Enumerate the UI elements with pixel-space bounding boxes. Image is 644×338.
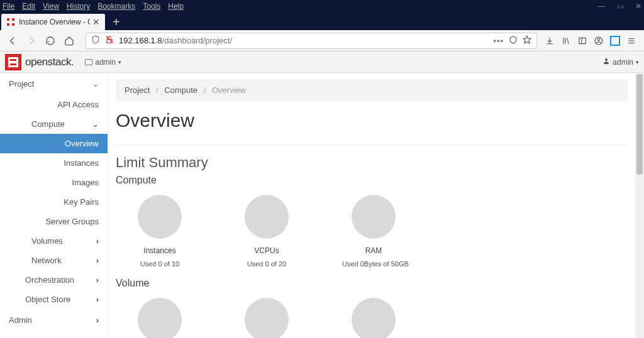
new-tab-button[interactable]: +	[105, 14, 128, 30]
sidebar-api-access[interactable]: API Access	[0, 95, 108, 114]
chevron-right-icon: ›	[96, 236, 99, 246]
page-title: Overview	[116, 110, 628, 131]
sidebar-project[interactable]: Project ⌄	[0, 73, 108, 95]
scrollbar-thumb[interactable]	[636, 74, 643, 175]
download-icon[interactable]	[545, 36, 555, 46]
toolbar-right-icons	[545, 36, 636, 46]
metric-ram: RAM Used 0Bytes of 50GB	[342, 191, 405, 268]
sidebar-item-label: Volumes	[31, 236, 63, 246]
home-button[interactable]	[60, 32, 78, 50]
sidebar-object-store[interactable]: Object Store›	[0, 290, 108, 309]
chevron-down-icon: ▾	[636, 59, 639, 65]
menu-file[interactable]: File	[3, 2, 14, 11]
volume-metrics: Volumes Used 0 of 10 Volume Snapshots Us…	[116, 294, 628, 338]
sidebar: Project ⌄ API Access Compute ⌄ Overview …	[0, 73, 108, 338]
metric-volume-snapshots: Volume Snapshots Used 0 of 10	[235, 294, 298, 338]
usage-donut-icon	[245, 195, 289, 239]
subheading-compute: Compute	[116, 175, 628, 186]
window-maximize-icon[interactable]: ▭	[617, 2, 624, 11]
sidebar-compute[interactable]: Compute ⌄	[0, 114, 108, 134]
menu-tools[interactable]: Tools	[143, 2, 160, 11]
svg-marker-2	[523, 36, 531, 43]
metric-instances: Instances Used 0 of 10	[128, 191, 191, 268]
sidebar-instances[interactable]: Instances	[0, 153, 108, 173]
menu-bookmarks[interactable]: Bookmarks	[97, 2, 135, 11]
chevron-down-icon: ⌄	[92, 119, 99, 129]
usage-donut-icon	[138, 195, 182, 239]
project-domain-icon	[85, 59, 92, 65]
menu-history[interactable]: History	[67, 2, 90, 11]
sidebar-key-pairs[interactable]: Key Pairs	[0, 192, 108, 212]
sidebar-server-groups[interactable]: Server Groups	[0, 212, 108, 231]
menu-help[interactable]: Help	[168, 2, 184, 11]
metric-volume-storage: Volume Storage Used 0Bytes of 1000GB	[342, 294, 405, 338]
usage-donut-icon	[138, 298, 182, 338]
brand-logo[interactable]: openstack.	[5, 54, 74, 70]
metric-status: Used 0 of 20	[235, 260, 298, 268]
window-close-icon[interactable]: ✕	[635, 2, 641, 11]
sidebar-item-label: Orchestration	[25, 275, 74, 285]
window-controls: — ▭ ✕	[598, 2, 641, 11]
sidebar-identity[interactable]: Identity›	[0, 331, 108, 338]
sidebar-toggle-icon[interactable]	[577, 36, 587, 46]
usage-donut-icon	[245, 298, 289, 338]
sidebar-item-label: API Access	[57, 100, 99, 109]
sidebar-item-label: Server Groups	[45, 217, 99, 226]
sidebar-item-label: Instances	[64, 158, 99, 168]
compute-metrics: Instances Used 0 of 10 VCPUs Used 0 of 2…	[116, 191, 628, 274]
sidebar-item-label: Network	[31, 256, 62, 265]
sidebar-overview[interactable]: Overview	[0, 134, 108, 153]
vertical-scrollbar[interactable]	[635, 73, 644, 338]
metric-label: RAM	[342, 246, 405, 255]
svg-point-14	[605, 58, 608, 61]
library-icon[interactable]	[561, 36, 571, 46]
tab-close-icon[interactable]: ✕	[92, 17, 100, 27]
breadcrumb-compute[interactable]: Compute	[164, 85, 197, 95]
account-icon[interactable]	[594, 36, 604, 46]
sidebar-item-label: Project	[9, 79, 34, 89]
sidebar-images[interactable]: Images	[0, 173, 108, 192]
metric-vcpus: VCPUs Used 0 of 20	[235, 191, 298, 268]
sidebar-item-label: Images	[72, 178, 99, 187]
sidebar-item-label: Object Store	[25, 295, 70, 304]
chevron-right-icon: ›	[96, 275, 99, 285]
menu-edit[interactable]: Edit	[22, 2, 35, 11]
breadcrumb-project[interactable]: Project	[125, 85, 150, 95]
domain-selector[interactable]: admin ▾	[85, 58, 121, 67]
insecure-lock-icon[interactable]	[105, 35, 114, 46]
svg-point-10	[597, 38, 600, 41]
url-text: 192.168.1.8/dashboard/project/	[119, 36, 488, 45]
shield-icon[interactable]	[91, 35, 100, 46]
browser-tab[interactable]: Instance Overview - OpenStack ✕	[1, 14, 105, 30]
forward-button[interactable]	[23, 32, 40, 50]
chevron-down-icon: ▾	[118, 59, 121, 65]
window-minimize-icon[interactable]: —	[598, 2, 606, 11]
subheading-volume: Volume	[116, 278, 628, 289]
menu-view[interactable]: View	[43, 2, 59, 11]
app-menu-icon[interactable]	[626, 36, 636, 46]
chevron-right-icon: ›	[96, 256, 99, 265]
app-topbar: openstack. admin ▾ admin ▾	[0, 52, 644, 73]
reload-button[interactable]	[42, 32, 59, 50]
back-button[interactable]	[4, 32, 21, 50]
sidebar-volumes[interactable]: Volumes›	[0, 231, 108, 251]
chevron-down-icon: ⌄	[92, 80, 99, 89]
sidebar-admin[interactable]: Admin›	[0, 309, 108, 331]
browser-tab-title: Instance Overview - OpenStack	[19, 18, 90, 26]
openstack-favicon-icon	[6, 18, 15, 26]
bookmark-star-icon[interactable]	[523, 35, 531, 46]
extension-icon[interactable]	[610, 36, 620, 46]
breadcrumb: Project / Compute / Overview	[116, 79, 628, 101]
browser-tabstrip: Instance Overview - OpenStack ✕ +	[0, 13, 644, 30]
usage-donut-icon	[352, 298, 396, 338]
page-actions-icon[interactable]: •••	[493, 36, 504, 45]
sidebar-orchestration[interactable]: Orchestration›	[0, 270, 108, 290]
sidebar-network[interactable]: Network›	[0, 251, 108, 270]
metric-volumes: Volumes Used 0 of 10	[128, 294, 191, 338]
content-area: Project / Compute / Overview Overview Li…	[108, 73, 635, 338]
breadcrumb-current: Overview	[212, 85, 246, 95]
reader-icon[interactable]	[509, 35, 518, 46]
browser-menubar: File Edit View History Bookmarks Tools H…	[0, 0, 644, 13]
url-bar[interactable]: 192.168.1.8/dashboard/project/ •••	[86, 33, 537, 49]
user-menu[interactable]: admin ▾	[602, 57, 639, 67]
